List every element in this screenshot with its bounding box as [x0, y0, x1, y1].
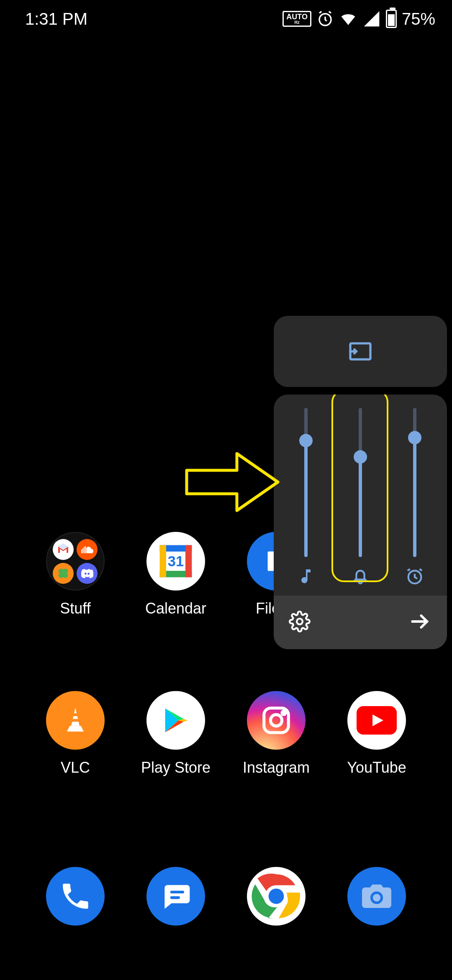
volume-body: [274, 395, 447, 649]
app-playstore-label: Play Store: [141, 759, 211, 776]
phone-icon: [46, 867, 105, 926]
app-instagram[interactable]: Instagram: [234, 691, 318, 776]
music-note-icon: [297, 565, 315, 588]
battery-icon: [386, 10, 397, 28]
calendar-icon: 31: [146, 532, 205, 591]
svg-text:31: 31: [168, 553, 184, 569]
mini-discord-icon: [77, 563, 98, 584]
camera-icon: [347, 867, 406, 926]
app-phone[interactable]: [33, 867, 117, 926]
svg-rect-14: [71, 719, 80, 722]
mini-clover-icon: [53, 563, 74, 584]
svg-point-16: [270, 714, 282, 726]
arrow-right-icon: [408, 610, 432, 633]
svg-rect-8: [160, 545, 166, 578]
chrome-icon: [247, 867, 306, 926]
folder-stuff[interactable]: Stuff: [33, 532, 117, 617]
messages-icon: [146, 867, 205, 926]
status-bar: 1:31 PM AUTO Hz 75%: [0, 0, 452, 38]
home-row-2: VLC Play Store Instagram YouTube: [0, 691, 452, 776]
instagram-icon: [247, 691, 306, 750]
svg-rect-20: [170, 896, 180, 899]
wifi-icon: [339, 10, 357, 28]
dock: [0, 867, 452, 926]
folder-stuff-label: Stuff: [60, 600, 90, 617]
folder-stuff-icon: [46, 532, 105, 591]
app-calendar[interactable]: 31 Calendar: [134, 532, 218, 617]
svg-rect-9: [185, 545, 192, 578]
svg-point-4: [63, 573, 68, 578]
volume-panel: [274, 316, 447, 649]
app-instagram-label: Instagram: [243, 759, 310, 776]
alarm-slider[interactable]: [390, 408, 440, 588]
app-camera[interactable]: [335, 867, 419, 926]
annotation-arrow-icon: [182, 447, 283, 517]
app-chrome[interactable]: [234, 867, 318, 926]
vlc-icon: [46, 691, 105, 750]
battery-percent: 75%: [402, 10, 435, 28]
mini-gmail-icon: [53, 539, 74, 560]
svg-point-25: [373, 894, 380, 901]
svg-point-17: [282, 711, 285, 714]
svg-rect-19: [170, 891, 184, 894]
ring-slider[interactable]: [335, 408, 385, 588]
app-calendar-label: Calendar: [145, 600, 206, 617]
youtube-icon: [347, 691, 406, 750]
cellular-icon: [362, 10, 381, 28]
app-vlc-label: VLC: [61, 759, 90, 776]
alarm-clock-icon: [405, 565, 424, 588]
volume-footer: [274, 596, 447, 649]
svg-point-28: [297, 619, 303, 624]
app-youtube-label: YouTube: [347, 759, 406, 776]
media-slider[interactable]: [281, 408, 331, 588]
expand-button[interactable]: [408, 610, 432, 635]
alarm-icon: [316, 10, 334, 28]
app-vlc[interactable]: VLC: [33, 691, 117, 776]
app-youtube[interactable]: YouTube: [335, 691, 419, 776]
settings-button[interactable]: [289, 611, 311, 634]
app-playstore[interactable]: Play Store: [134, 691, 218, 776]
bell-icon: [351, 565, 370, 588]
cast-icon: [348, 341, 373, 361]
clock: 1:31 PM: [25, 10, 87, 28]
svg-rect-13: [72, 713, 78, 716]
gear-icon: [289, 611, 311, 632]
app-messages[interactable]: [134, 867, 218, 926]
auto-hz-icon: AUTO Hz: [282, 11, 311, 27]
svg-point-23: [269, 889, 284, 904]
cast-output-button[interactable]: [274, 316, 447, 387]
playstore-icon: [146, 691, 205, 750]
mini-soundcloud-icon: [77, 539, 98, 560]
